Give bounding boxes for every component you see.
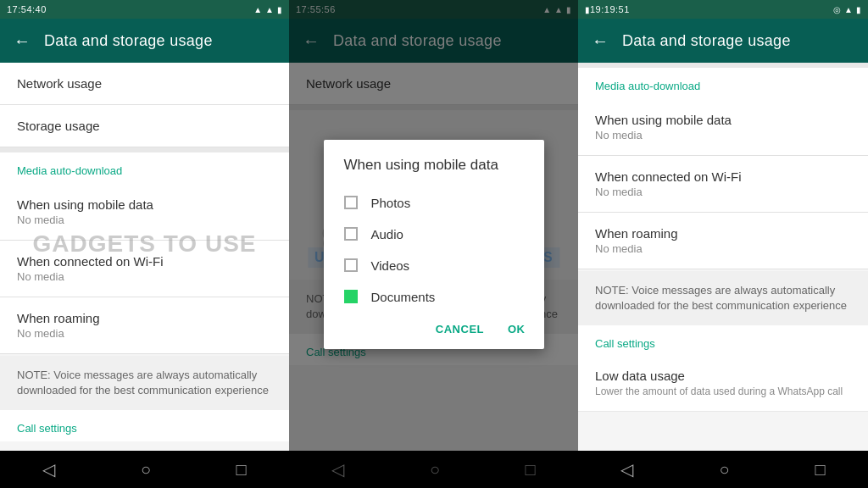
home-nav-1[interactable]: ○ — [141, 460, 151, 480]
phone-panel-2: 17:55:56 ▲ ▲ ▮ ← Data and storage usage … — [289, 0, 578, 488]
wifi-icon-3: ▲ — [844, 5, 853, 14]
back-nav-1[interactable]: ◁ — [42, 459, 55, 480]
mobile-data-title-3: When using mobile data — [595, 113, 851, 127]
checkbox-audio[interactable] — [344, 227, 358, 241]
checkbox-documents[interactable] — [344, 290, 358, 303]
checkbox-videos[interactable] — [344, 258, 358, 272]
roaming-item-3[interactable]: When roaming No media — [578, 213, 868, 269]
call-settings-header-3: Call settings — [578, 325, 868, 357]
back-nav-3[interactable]: ◁ — [620, 459, 633, 480]
content-3: Media auto-download When using mobile da… — [578, 63, 868, 451]
roaming-subtitle-3: No media — [595, 242, 851, 255]
phone-panel-1: 17:54:40 ▲ ▲ ▮ ← Data and storage usage … — [0, 0, 289, 488]
recent-nav-3[interactable]: □ — [815, 460, 825, 480]
dialog-label-audio: Audio — [371, 227, 403, 241]
low-data-title: Low data usage — [595, 369, 851, 383]
header-title-1: Data and storage usage — [44, 32, 213, 50]
wifi-item-3[interactable]: When connected on Wi-Fi No media — [578, 156, 868, 213]
wifi-subtitle: No media — [17, 270, 272, 283]
dialog-actions: CANCEL OK — [324, 313, 544, 349]
note-box-3: NOTE: Voice messages are always automati… — [578, 271, 868, 325]
checkbox-photos[interactable] — [344, 196, 358, 209]
section-header-1: Media auto-download — [0, 152, 289, 184]
note-text-3: NOTE: Voice messages are always automati… — [595, 284, 847, 312]
status-bar-3: ▮ 19:19:51 ◎ ▲ ▮ — [578, 0, 868, 19]
dialog-label-photos: Photos — [371, 196, 411, 210]
cancel-button[interactable]: CANCEL — [431, 319, 489, 339]
signal-icon-1: ▲ — [253, 5, 262, 14]
note-box-1: NOTE: Voice messages are always automati… — [0, 356, 289, 410]
roaming-subtitle: No media — [17, 327, 272, 340]
roaming-title: When roaming — [17, 311, 272, 325]
wifi-item[interactable]: When connected on Wi-Fi No media — [0, 241, 289, 297]
status-icons-3: ◎ ▲ ▮ — [833, 5, 861, 14]
back-button-1[interactable]: ← — [14, 31, 31, 51]
dialog-item-audio[interactable]: Audio — [324, 219, 544, 250]
app-header-3: ← Data and storage usage — [578, 19, 868, 63]
storage-usage-item[interactable]: Storage usage — [0, 105, 289, 147]
roaming-item[interactable]: When roaming No media — [0, 297, 289, 354]
back-button-3[interactable]: ← — [592, 31, 609, 51]
home-nav-3[interactable]: ○ — [719, 460, 729, 480]
mobile-data-item-3[interactable]: When using mobile data No media — [578, 99, 868, 156]
low-data-subtitle: Lower the amount of data used during a W… — [595, 385, 851, 399]
time-3: 19:19:51 — [590, 4, 630, 14]
mobile-data-title: When using mobile data — [17, 197, 272, 212]
signal-icon-3: ◎ — [833, 5, 841, 14]
dialog-title: When using mobile data — [324, 157, 544, 187]
status-bar-1: 17:54:40 ▲ ▲ ▮ — [0, 0, 289, 19]
app-header-1: ← Data and storage usage — [0, 19, 289, 63]
roaming-title-3: When roaming — [595, 226, 851, 241]
network-usage-title: Network usage — [17, 76, 272, 91]
network-usage-item[interactable]: Network usage — [0, 63, 289, 105]
ok-button[interactable]: OK — [503, 319, 531, 339]
phone-panel-3: ▮ 19:19:51 ◎ ▲ ▮ ← Data and storage usag… — [578, 0, 868, 488]
storage-usage-title: Storage usage — [17, 119, 272, 133]
dialog-box: When using mobile data Photos Audio Vide… — [324, 140, 544, 349]
wifi-icon-1: ▲ — [265, 5, 274, 14]
recent-nav-1[interactable]: □ — [236, 460, 247, 480]
dialog-label-documents: Documents — [371, 290, 436, 304]
dialog-item-documents[interactable]: Documents — [324, 281, 544, 313]
dialog-overlay: When using mobile data Photos Audio Vide… — [289, 0, 578, 488]
note-text-1: NOTE: Voice messages are always automati… — [17, 369, 269, 396]
dialog-item-photos[interactable]: Photos — [324, 187, 544, 219]
wifi-title-3: When connected on Wi-Fi — [595, 169, 851, 184]
dialog-item-videos[interactable]: Videos — [324, 250, 544, 281]
content-1: Network usage Storage usage Media auto-d… — [0, 63, 289, 451]
nav-bar-3: ◁ ○ □ — [578, 451, 868, 488]
mobile-data-subtitle: No media — [17, 214, 272, 226]
call-settings-header-1: Call settings — [0, 410, 289, 441]
battery-icon-3: ▮ — [856, 5, 861, 14]
time-1: 17:54:40 — [7, 4, 47, 14]
mobile-data-subtitle-3: No media — [595, 129, 851, 141]
wifi-title: When connected on Wi-Fi — [17, 254, 272, 269]
battery-icon-1: ▮ — [277, 5, 282, 14]
section-header-3: Media auto-download — [578, 68, 868, 99]
mobile-data-item[interactable]: When using mobile data No media — [0, 184, 289, 241]
low-data-usage-item[interactable]: Low data usage Lower the amount of data … — [578, 357, 868, 412]
status-icons-1: ▲ ▲ ▮ — [253, 5, 282, 14]
dialog-label-videos: Videos — [371, 258, 410, 273]
header-title-3: Data and storage usage — [622, 32, 791, 50]
wifi-subtitle-3: No media — [595, 186, 851, 198]
nav-bar-1: ◁ ○ □ — [0, 451, 289, 488]
